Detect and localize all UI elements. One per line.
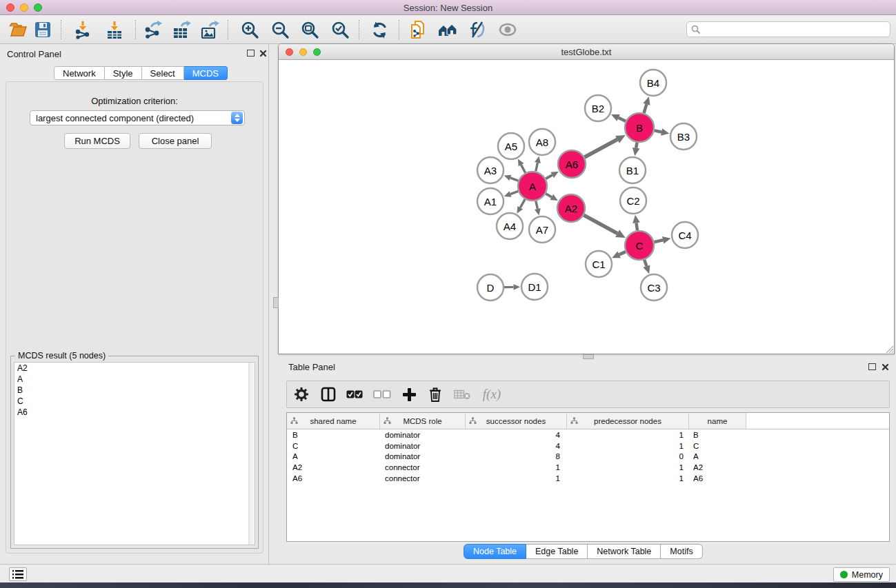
graph-edge-A-A3[interactable] — [510, 178, 519, 181]
tab-node-table[interactable]: Node Table — [464, 544, 526, 559]
import-network-icon — [73, 20, 92, 39]
run-mcds-button[interactable]: Run MCDS — [64, 133, 130, 149]
list-item[interactable]: C — [14, 396, 255, 407]
zoom-fit-button[interactable] — [299, 19, 321, 40]
export-network-button[interactable] — [141, 19, 163, 40]
session-title: Session: New Session — [0, 3, 896, 13]
graph-edge-C-C4[interactable] — [654, 240, 663, 242]
tab-network[interactable]: Network — [54, 66, 105, 80]
search-input[interactable] — [704, 23, 890, 36]
optimization-criterion-select[interactable]: largest connected component (directed) — [30, 110, 245, 125]
graph-node-label: D1 — [528, 281, 541, 293]
list-item[interactable]: A2 — [14, 363, 255, 374]
column-header-name[interactable]: name — [689, 413, 746, 429]
graph-node-label: A6 — [566, 159, 578, 170]
graphics-details-button[interactable] — [466, 19, 488, 40]
task-history-button[interactable] — [9, 567, 27, 581]
graph-edge-arrow — [535, 156, 541, 164]
delete-table-button[interactable] — [448, 381, 476, 408]
graph-edge-C-C3[interactable] — [644, 260, 646, 266]
graph-edge-B-B1[interactable] — [636, 143, 637, 148]
list-item[interactable]: B — [14, 385, 255, 396]
tab-edge-table[interactable]: Edge Table — [526, 544, 588, 559]
trash-icon — [429, 387, 441, 402]
export-table-button[interactable] — [170, 19, 192, 40]
select-all-button[interactable] — [341, 381, 368, 408]
zoom-in-button[interactable] — [239, 19, 261, 40]
table-row[interactable]: A6connector 11 A6 — [287, 473, 889, 484]
graph-edge-C-C2[interactable] — [636, 223, 637, 230]
column-header-shared-name[interactable]: shared name — [287, 413, 380, 429]
save-session-button[interactable] — [32, 19, 54, 40]
column-layout-button[interactable] — [316, 381, 341, 408]
search-field[interactable] — [686, 21, 890, 37]
tab-mcds[interactable]: MCDS — [184, 66, 228, 80]
table-panel-title: Table Panel — [288, 362, 335, 372]
graph-edge-arrow — [662, 236, 671, 243]
clone-network-icon — [408, 20, 428, 39]
graph-edge-A-A6[interactable] — [546, 175, 552, 179]
network-view-window: testGlobe.txt B4B2BB3A8A5A6A3B1AA1C2A2A4… — [278, 43, 895, 354]
graph-edge-A-A1[interactable] — [510, 191, 518, 194]
table-settings-button[interactable] — [287, 381, 316, 408]
close-panel-icon[interactable] — [882, 363, 889, 371]
column-header-predecessor-nodes[interactable]: predecessor nodes — [567, 413, 689, 429]
float-panel-icon[interactable] — [868, 363, 876, 370]
graph-node-label: C3 — [647, 282, 660, 294]
graph-edge-arrow — [535, 208, 541, 216]
refresh-button[interactable] — [368, 19, 390, 40]
graph-edge-A-A4[interactable] — [520, 199, 525, 207]
zoom-out-button[interactable] — [269, 19, 291, 40]
network-canvas[interactable]: B4B2BB3A8A5A6A3B1AA1C2A2A4A7C4CC1DD1C3 — [279, 60, 894, 354]
graph-edge-A-A8[interactable] — [536, 163, 538, 171]
column-header-mcds-role[interactable]: MCDS role — [380, 413, 466, 429]
network-window-titlebar: testGlobe.txt — [279, 44, 894, 60]
add-column-button[interactable] — [396, 381, 422, 408]
graph-node-label: A1 — [484, 196, 497, 207]
column-header-successor-nodes[interactable]: successor nodes — [466, 413, 567, 429]
close-panel-icon[interactable] — [259, 50, 267, 57]
open-session-button[interactable] — [7, 19, 29, 40]
graph-edge-A6-B[interactable] — [584, 139, 617, 157]
graph-edge-B-B2[interactable] — [619, 118, 626, 121]
graph-edge-B-B3[interactable] — [655, 130, 661, 132]
graph-edge-A-A5[interactable] — [521, 165, 526, 172]
close-panel-button[interactable]: Close panel — [139, 133, 212, 149]
graph-edge-B-B4[interactable] — [644, 104, 646, 113]
graph-edge-A-A2[interactable] — [546, 194, 552, 197]
resize-grip[interactable] — [885, 345, 894, 354]
table-row[interactable]: Bdominator 41 B — [287, 429, 889, 440]
graph-edge-A-A7[interactable] — [536, 201, 538, 208]
deselect-all-button[interactable] — [368, 381, 396, 408]
list-item[interactable]: A6 — [14, 407, 255, 418]
graph-edge-A2-C[interactable] — [584, 215, 617, 234]
list-item[interactable]: A — [14, 374, 255, 385]
import-network-button[interactable] — [72, 19, 94, 40]
search-icon — [691, 25, 701, 34]
table-row[interactable]: A2connector 11 A2 — [287, 462, 889, 473]
home-button[interactable] — [437, 19, 459, 40]
float-panel-icon[interactable] — [247, 50, 255, 57]
zoom-selected-button[interactable] — [329, 19, 351, 40]
split-collapse-handle[interactable] — [583, 354, 594, 359]
memory-button[interactable]: Memory — [833, 567, 890, 582]
node-table[interactable]: shared name MCDS role successor nodes — [286, 412, 890, 542]
tab-select[interactable]: Select — [142, 66, 184, 80]
tab-style[interactable]: Style — [105, 66, 142, 80]
show-hide-button[interactable] — [497, 19, 519, 40]
mcds-result-list[interactable]: A2 A B C A6 — [14, 362, 255, 545]
toolbar-separator — [61, 20, 61, 39]
tab-network-table[interactable]: Network Table — [588, 544, 661, 559]
graph-edge-C-C1[interactable] — [619, 252, 626, 254]
import-table-button[interactable] — [103, 19, 126, 40]
clone-network-button[interactable] — [407, 19, 429, 40]
toolbar-separator — [228, 20, 228, 39]
tab-motifs[interactable]: Motifs — [661, 544, 702, 559]
function-builder-button[interactable]: f(x) — [476, 381, 508, 408]
table-row[interactable]: Adominator 80 A — [287, 452, 889, 463]
delete-column-button[interactable] — [422, 381, 448, 408]
export-image-button[interactable] — [199, 19, 221, 40]
table-row[interactable]: Cdominator 41 C — [287, 440, 889, 452]
split-collapse-handle[interactable] — [273, 297, 279, 308]
list-scrollbar[interactable] — [248, 363, 255, 545]
